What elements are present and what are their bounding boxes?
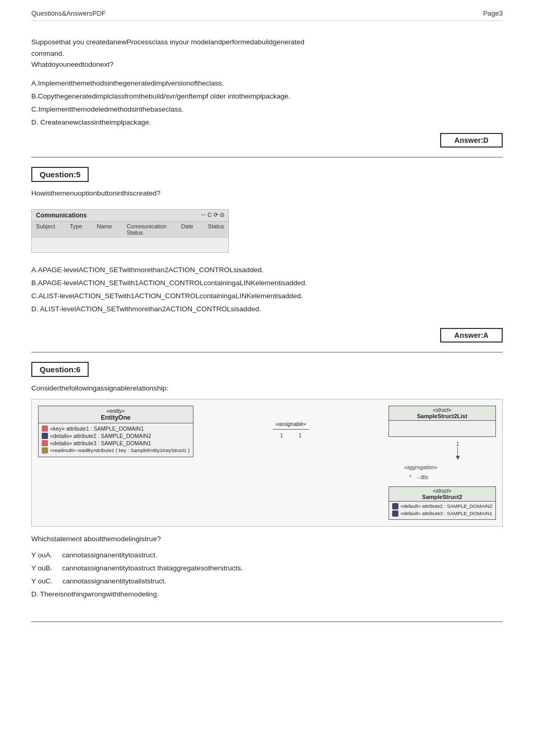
header-left: Questions&AnswersPDF — [31, 9, 106, 17]
struct2-header: «struct» SampleStruct2 — [389, 487, 495, 502]
entity-name: EntityOne — [101, 414, 131, 421]
struct2list-body — [389, 421, 495, 436]
uml-diagram: «entity» EntityOne «key» attribute1 : SA… — [31, 399, 503, 527]
uml-attr-4: «readmulti» readByAttribute2 ( key : Sam… — [42, 447, 190, 454]
q6-option-b-prefix: Y ouB. — [31, 564, 52, 572]
struct2-attr-icon-2 — [392, 510, 398, 517]
q5-options: A.APAGE-levelACTION_SETwithmorethan2ACTI… — [31, 264, 503, 315]
col-date: Date — [181, 223, 193, 236]
q6-option-d: D. Thereisnothingwrongwiththemodeling. — [31, 589, 503, 601]
q5-option-b: B.APAGE-levelACTION_SETwith1ACTION_CONTR… — [31, 277, 503, 289]
q6-option-c-text: cannotassignanentitytoaliststruct. — [63, 577, 166, 585]
uml-attr-2: «details» attribute2 : SAMPLE_DOMAIN2 — [42, 433, 190, 439]
uml-entity-one: «entity» EntityOne «key» attribute1 : SA… — [38, 406, 193, 457]
col-status: Status — [208, 223, 224, 236]
comm-data-rows — [32, 238, 228, 252]
intro-option-a: A.Implementthemethodsinthegeneratedimplv… — [31, 78, 503, 90]
uml-numbers: 1 1 — [280, 433, 301, 438]
intro-option-b: B.Copythegeneratedimplclassfromthebuild/… — [31, 91, 503, 103]
attr-icon-1 — [42, 425, 48, 432]
page-header: Questions&AnswersPDF Page3 — [31, 9, 503, 21]
divider-3 — [31, 621, 503, 622]
col-subject: Subject — [36, 223, 55, 236]
answer-d-box: Answer:D — [31, 133, 503, 148]
struct2-attr-2: «default» attribute3 : SAMPLE_DOMAIN1 — [392, 510, 492, 517]
intro-line2: command. — [31, 48, 503, 59]
q5-title: Question:5 — [31, 167, 89, 182]
comm-header: Communications ··· C ⟳ ⊙ — [32, 210, 228, 222]
struct2list-name: SampleStruct2List — [417, 413, 468, 419]
intro-section: Supposethat you createdanewProcessclass … — [31, 36, 503, 70]
q6-option-a-prefix: Y ouA. — [31, 551, 52, 559]
struct2list-header: «struct» SampleStruct2List — [389, 406, 495, 421]
connector-line — [273, 429, 309, 430]
question-5-block: Question:5 Howisthemenuoptionbuttoninthi… — [31, 167, 503, 315]
uml-connector-area: «assignable» 1 1 — [270, 406, 312, 440]
col-comm-status: CommunicationStatus — [127, 223, 166, 236]
comm-title: Communications — [36, 212, 87, 219]
q6-option-b: Y ouB. cannotassignanentitytoastruct tha… — [31, 563, 503, 575]
q6-option-a-text: cannotassignanentitytoastruct. — [62, 551, 157, 559]
uml-struct2list: «struct» SampleStruct2List — [389, 406, 496, 437]
answer-a-box: Answer:A — [31, 328, 503, 343]
uml-right-col: «struct» SampleStruct2List 1 ▼ «aggregat… — [389, 406, 496, 520]
q6-option-a: Y ouA. cannotassignanentitytoastruct. — [31, 550, 503, 562]
q6-option-b-text: cannotassignanentitytoastruct thataggreg… — [62, 564, 243, 572]
comm-columns: Subject Type Name CommunicationStatus Da… — [32, 222, 228, 238]
uml-arrow-down: 1 ▼ — [389, 441, 496, 460]
q6-option-c: Y ouC. cannotassignanentitytoaliststruct… — [31, 576, 503, 588]
assignable-label: «assignable» — [275, 421, 306, 427]
comm-icons: ··· C ⟳ ⊙ — [201, 212, 224, 218]
struct2-body: «default» attribute2 : SAMPLE_DOMAIN2 «d… — [389, 502, 495, 519]
struct2-attr-1: «default» attribute2 : SAMPLE_DOMAIN2 — [392, 503, 492, 509]
struct2-attr-icon-1 — [392, 503, 398, 509]
dtls-label: * - dtls — [409, 474, 496, 480]
intro-option-d: D. Createanewclassintheimplpackage. — [31, 117, 503, 129]
intro-line3: Whatdoyouneedtodonext? — [31, 59, 503, 70]
q6-which-stmt: Whichstatement aboutthemodelingistrue? — [31, 534, 503, 544]
attr-icon-3 — [42, 440, 48, 446]
communications-table: Communications ··· C ⟳ ⊙ Subject Type Na… — [31, 209, 229, 253]
q6-option-c-prefix: Y ouC. — [31, 577, 53, 585]
q6-title: Question:6 — [31, 362, 89, 377]
header-right: Page3 — [483, 9, 503, 17]
q6-text: Considerthefollowingassignablerelationsh… — [31, 383, 503, 394]
answer-a-label: Answer:A — [440, 328, 503, 343]
uml-attr-3: «details» attribute3 : SAMPLE_DOMAIN1 — [42, 440, 190, 446]
entity-stereotype: «entity» — [106, 408, 125, 414]
q6-options: Y ouA. cannotassignanentitytoastruct. Y … — [31, 550, 503, 601]
col-type: Type — [70, 223, 82, 236]
intro-options: A.Implementthemethodsinthegeneratedimplv… — [31, 78, 503, 129]
attr-icon-4 — [42, 447, 48, 454]
uml-entity-header: «entity» EntityOne — [39, 406, 193, 423]
intro-option-c: C.Implementthemodeledmethodsinthebasecla… — [31, 104, 503, 116]
answer-d-label: Answer:D — [440, 133, 503, 148]
uml-attr-1: «key» attribute1 : SAMPLE_DOMAIN1 — [42, 425, 190, 432]
attr-icon-2 — [42, 433, 48, 439]
q5-option-d: D. ALIST-levelACTION_SETwithmorethan2ACT… — [31, 303, 503, 315]
question-6-block: Question:6 Considerthefollowingassignabl… — [31, 362, 503, 601]
uml-struct2: «struct» SampleStruct2 «default» attribu… — [389, 486, 496, 520]
intro-line1: Supposethat you createdanewProcessclass … — [31, 36, 503, 48]
q5-option-a: A.APAGE-levelACTION_SETwithmorethan2ACTI… — [31, 264, 503, 276]
divider-2 — [31, 352, 503, 352]
uml-entity-body: «key» attribute1 : SAMPLE_DOMAIN1 «detai… — [39, 423, 193, 457]
aggregation-label: «aggregation» — [404, 465, 496, 470]
col-name: Name — [97, 223, 112, 236]
struct2-name: SampleStruct2 — [422, 494, 462, 500]
q5-text: Howisthemenuoptionbuttoninthiscreated? — [31, 188, 503, 199]
uml-inner: «entity» EntityOne «key» attribute1 : SA… — [38, 406, 496, 520]
divider-1 — [31, 157, 503, 157]
q5-option-c: C.ALIST-levelACTION_SETwith1ACTION_CONTR… — [31, 290, 503, 302]
